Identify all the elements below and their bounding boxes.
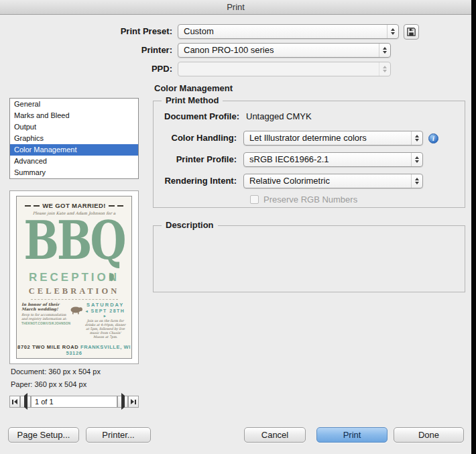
rendering-intent-label: Rendering Intent: [154,174,237,188]
save-preset-button[interactable] [404,24,419,40]
sidebar-item-advanced[interactable]: Advanced [10,156,138,167]
last-page-button[interactable] [128,396,139,408]
sidebar-item-color-management[interactable]: Color Management [10,144,138,156]
drop-decoration [109,274,114,282]
poster-headline: WE GOT MARRIED! [42,202,106,209]
preserve-rgb-label: Preserve RGB Numbers [263,194,357,205]
poster-day: SATURDAY [84,302,127,308]
document-profile-value: Untagged CMYK [246,109,312,124]
print-preview-panel: WE GOT MARRIED! Please join Kate and Ada… [9,190,139,364]
sidebar-item-graphics[interactable]: Graphics [10,133,138,144]
paper-size-info: Paper: 360 px x 504 px [11,380,86,388]
up-down-arrows-icon [379,44,390,57]
pig-icon [70,302,84,315]
printer-value: Canon PRO-100 series [184,44,377,57]
printer-label: Printer: [0,43,172,58]
document-size-info: Document: 360 px x 504 px [11,367,101,376]
floppy-disk-icon [406,27,416,37]
up-down-arrows-icon [411,153,422,166]
printer-button[interactable]: Printer... [86,427,151,443]
next-page-icon [121,396,125,408]
poster-big-word: BBQ [17,216,131,283]
description-text [160,231,458,286]
color-handling-value: Let Illustrator determine colors [249,131,409,145]
preserve-rgb-checkbox[interactable] [250,195,259,204]
first-page-icon [12,399,17,404]
print-method-legend: Print Method [162,95,223,105]
dash-decoration [109,205,115,207]
ppd-select [178,62,391,76]
poster-date: SEPT 28TH [84,308,127,318]
done-button[interactable]: Done [394,427,464,443]
last-page-icon [131,399,136,404]
previous-page-icon [24,396,27,408]
print-preset-label: Print Preset: [0,24,172,39]
next-page-button[interactable] [117,396,128,408]
up-down-arrows-icon [411,174,422,188]
print-button[interactable]: Print [316,427,388,443]
poster-celebration: CELEBRATION [17,286,131,296]
page-indicator-field[interactable] [31,396,117,408]
page-navigator [9,396,139,408]
printer-select[interactable]: Canon PRO-100 series [178,43,391,58]
color-handling-label: Color Handling: [154,131,237,146]
rendering-intent-value: Relative Colorimetric [249,174,409,188]
up-down-arrows-icon [411,131,422,145]
printer-profile-select[interactable]: sRGB IEC61966-2.1 [243,152,423,167]
ppd-label: PPD: [0,62,172,76]
rendering-intent-select[interactable]: Relative Colorimetric [243,174,423,188]
document-profile-label: Document Profile: [154,109,239,124]
printer-profile-label: Printer Profile: [154,152,237,167]
dash-decoration [117,205,123,207]
page-title: Color Management [154,83,233,93]
color-handling-select[interactable]: Let Illustrator determine colors [243,131,423,146]
poster-left-note-3: THEKNOT.COM/US/KJOHNSON [21,322,70,325]
print-method-group: Print Method Document Profile: Untagged … [153,101,465,208]
dash-decoration [25,205,31,207]
dash-decoration [34,205,40,207]
titlebar: Print [0,0,471,15]
sidebar-item-general[interactable]: General [10,99,138,110]
poster-left-note-1: In honor of their March wedding! [21,302,70,311]
up-down-arrows-icon [387,25,398,38]
page-setup-button[interactable]: Page Setup... [8,427,79,443]
sidebar-item-output[interactable]: Output [10,121,138,133]
poster-address: 8702 TWO MILE ROAD [17,344,78,350]
first-page-button[interactable] [9,396,20,408]
up-down-arrows-icon [379,62,390,76]
print-preset-select[interactable]: Custom [178,24,399,39]
poster-left-note-2: Rsvp to for accommodation and registry i… [21,313,70,321]
window-title: Print [227,2,245,12]
print-dialog: Print Print Preset: Custom Printer: Cano… [0,0,471,454]
info-icon[interactable]: i [428,133,438,144]
description-legend: Description [162,220,218,230]
print-preset-value: Custom [184,25,385,38]
printer-profile-value: sRGB IEC61966-2.1 [249,153,409,166]
cancel-button[interactable]: Cancel [244,427,306,443]
description-group: Description [153,225,465,292]
sidebar-item-summary[interactable]: Summary [10,167,138,178]
poster-details: Join us on the farm for drinks at 4:00pm… [84,319,127,339]
sidebar-item-marks-and-bleed[interactable]: Marks and Bleed [10,110,138,121]
screen-edge [471,0,476,454]
previous-page-button[interactable] [20,396,31,408]
settings-list: General Marks and Bleed Output Graphics … [9,98,139,179]
dashed-rule [31,299,118,300]
artwork-preview: WE GOT MARRIED! Please join Kate and Ada… [16,196,132,359]
